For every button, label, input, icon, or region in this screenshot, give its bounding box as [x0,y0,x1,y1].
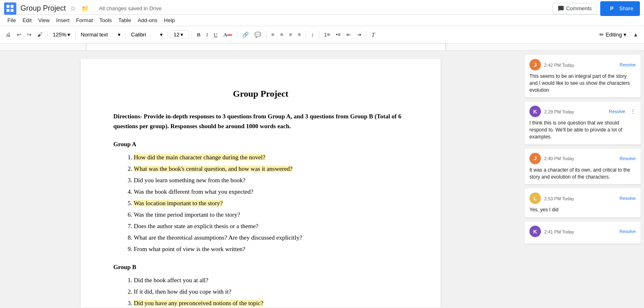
comment-more-icon[interactable]: ⋮ [630,108,636,115]
font-dropdown[interactable]: Calibri ▾ [128,30,165,39]
comment-icon [558,5,564,12]
collapse-button[interactable]: ▲ [630,30,641,39]
underline-button[interactable]: U [211,30,220,40]
paint-format-button[interactable]: 🖌 [35,30,45,39]
menu-help[interactable]: Help [161,16,178,25]
comment-text: It was a character of its own, and criti… [529,167,636,181]
zoom-dropdown[interactable]: 125% ▾ [50,30,73,39]
comment-meta: 2:41 PM Today [544,229,616,235]
italic-button[interactable]: I [204,30,210,40]
style-dropdown[interactable]: Normal text ▾ [78,30,123,39]
grid-icon [7,5,14,12]
comments-label: Comments [566,5,592,11]
comments-button[interactable]: Comments [552,3,597,14]
font-size-value: 12 [173,32,179,38]
menu-format[interactable]: Format [73,16,96,25]
toolbar: 🖨 ↩ ↪ 🖌 125% ▾ Normal text ▾ Calibri ▾ 1… [0,26,644,43]
menu-table[interactable]: Table [115,16,134,25]
resolve-button[interactable]: Resolve [619,62,636,67]
pencil-icon: ✏ [599,32,604,38]
comment-time: 2:29 PM Today [544,109,574,114]
group-b-list: Did the book affect you at all?If it did… [113,275,408,307]
list-item: Did the book affect you at all? [134,275,408,285]
menu-file[interactable]: File [4,16,19,25]
doc-title[interactable]: Group Project [20,4,66,13]
font-color-bar [227,34,232,36]
comment-time: 2:40 PM Today [544,156,574,161]
directions-text: Directions- Provide in-depth responses t… [113,111,408,131]
list-item: From what point of view is the work writ… [134,244,408,254]
comment-text: This seems to be an integral part of the… [529,73,636,93]
group-b-label: Group B [113,262,408,272]
top-right-actions: Comments P Share [552,1,640,16]
menu-insert[interactable]: Insert [53,16,73,25]
separator-7 [266,31,266,39]
highlighted-text: Did you have any preconceived notions of… [134,300,263,306]
list-item: Was location important to the story? [134,198,408,208]
comment-inline-button[interactable]: 💬 [252,30,263,39]
menu-view[interactable]: View [35,16,53,25]
share-label: Share [619,5,633,11]
numbered-list-button[interactable]: 1≡ [322,30,333,39]
folder-button[interactable]: 📁 [80,4,91,13]
doc-area[interactable]: Group Project Directions- Provide in-dep… [0,51,521,307]
editing-mode-button[interactable]: ✏ Editing ▾ [596,30,630,39]
comment-card: J 2:42 PM Today Resolve This seems to be… [525,55,641,97]
decrease-indent-button[interactable]: ⇤ [344,30,354,39]
comment-header: J 2:42 PM Today Resolve [529,59,636,70]
star-button[interactable]: ☆ [68,4,77,13]
group-a-list: How did the main character change during… [113,152,408,254]
app-icon[interactable] [4,2,16,15]
clear-format-button[interactable]: 𝑇 [369,29,377,40]
font-color-icon: A [223,32,227,38]
editing-label: Editing [606,32,622,38]
ruler-marks: /* ruler lines drawn via JS below */ [86,43,446,51]
menu-edit[interactable]: Edit [19,16,35,25]
font-value: Calibri [131,32,146,38]
comment-card: K 2:41 PM Today Resolve [525,222,641,244]
share-button[interactable]: P Share [600,1,640,16]
align-center-button[interactable]: ≡ [278,30,286,39]
comment-avatar: K [529,226,541,237]
line-spacing-button[interactable]: ↕ [308,30,316,39]
separator-1 [47,31,48,39]
menu-tools[interactable]: Tools [96,16,115,25]
separator-9 [319,31,319,39]
group-a-label: Group A [113,139,408,149]
separator-10 [366,31,367,39]
resolve-button[interactable]: Resolve [609,109,625,114]
comment-text: I think this is one question that we sho… [529,120,636,140]
bulleted-list-button[interactable]: •≡ [333,30,343,39]
comment-time: 2:53 PM Today [544,196,574,201]
print-button[interactable]: 🖨 [3,30,14,39]
menu-addons[interactable]: Add-ons [134,16,160,25]
font-color-button[interactable]: A [221,30,234,40]
align-right-button[interactable]: ≡ [286,30,295,39]
comment-avatar: J [529,153,541,164]
bold-button[interactable]: B [194,30,203,40]
resolve-button[interactable]: Resolve [619,229,636,234]
zoom-value: 125% [53,32,66,38]
style-value: Normal text [81,32,108,38]
font-size-dropdown[interactable]: 12 ▾ [171,30,189,39]
highlighted-text: Was location important to the story? [134,200,223,206]
comment-card: K 2:29 PM Today Resolve ⋮ I think this i… [525,102,641,144]
ruler-inner: /* ruler lines drawn via JS below */ [86,43,446,51]
list-item: What was the book's central question, an… [134,164,408,174]
comment-meta: 2:53 PM Today [544,195,616,202]
align-justify-button[interactable]: ≡ [295,30,304,39]
link-button[interactable]: 🔗 [240,30,251,39]
align-left-button[interactable]: ≡ [269,30,277,39]
increase-indent-button[interactable]: ⇥ [354,30,364,39]
doc-title-area: Group Project ☆ 📁 [20,4,91,13]
list-item: Was the time period important to the sto… [134,210,408,220]
resolve-button[interactable]: Resolve [619,196,636,201]
redo-button[interactable]: ↪ [25,30,34,39]
saved-status: All changes saved in Drive [99,5,162,11]
separator-6 [237,31,237,39]
comment-card: L 2:53 PM Today Resolve Yes, yes I did [525,188,641,217]
resolve-button[interactable]: Resolve [619,156,636,161]
undo-button[interactable]: ↩ [14,30,24,39]
separator-4 [168,31,168,39]
font-size-chevron: ▾ [180,32,183,38]
